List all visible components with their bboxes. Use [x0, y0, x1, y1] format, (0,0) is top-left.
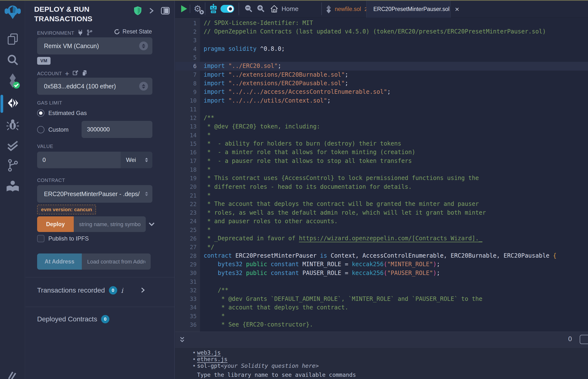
estimated-gas-radio[interactable] [37, 110, 45, 117]
code-line[interactable]: 35 * [175, 312, 588, 320]
debugger-icon[interactable] [0, 118, 25, 131]
code-line[interactable]: 24 * and pauser roles to other accounts. [175, 217, 588, 226]
sign-message-icon[interactable] [72, 70, 79, 78]
custom-gas-radio[interactable] [37, 126, 45, 133]
terminal-search-box[interactable] [580, 335, 588, 344]
vm-badge: VM [37, 57, 50, 65]
reset-state-button[interactable]: Reset State [114, 28, 152, 35]
code-line[interactable]: 19 * This contract uses {AccessControl} … [175, 174, 588, 182]
deployed-contracts-header[interactable]: Deployed Contracts 0 [37, 315, 109, 323]
transactions-expand-chevron-icon[interactable] [140, 287, 146, 295]
code-line[interactable]: 23 * roles, as well as the default admin… [175, 208, 588, 217]
code-line[interactable]: 30 bytes32 public constant PAUSER_ROLE =… [175, 269, 588, 277]
code-line[interactable]: 25 * [175, 226, 588, 234]
tab-erc20-preset-minter-pauser[interactable]: ERC20PresetMinterPauser.sol × [366, 1, 450, 17]
terminal-bar[interactable]: 0 [175, 332, 588, 348]
code-line[interactable]: 32 /** [175, 286, 588, 295]
line-number: 36 [175, 322, 200, 328]
plug-icon[interactable] [77, 29, 83, 37]
fork-environment-icon[interactable] [86, 29, 93, 37]
expand-terminal-icon[interactable] [179, 336, 186, 346]
value-input[interactable] [37, 152, 121, 168]
code-line[interactable]: 18 * [175, 165, 588, 174]
line-number: 3 [175, 37, 200, 44]
code-line[interactable]: 33 * @dev Grants `DEFAULT_ADMIN_ROLE`, `… [175, 295, 588, 303]
terminal-link[interactable]: web3.js [197, 349, 221, 356]
code-line[interactable]: 17 * - a pauser role that allows to stop… [175, 157, 588, 165]
code-line[interactable]: 34 * account that deploys the contract. [175, 303, 588, 312]
code-line[interactable]: 16 * - a minter role that allows for tok… [175, 148, 588, 157]
code-line[interactable]: 29 bytes32 public constant MINTER_ROLE =… [175, 260, 588, 268]
code-editor[interactable]: 1// SPDX-License-Identifier: MIT2// Open… [175, 18, 588, 332]
expand-params-chevron-icon[interactable] [147, 220, 156, 229]
code-line[interactable]: 9import "../../../access/AccessControlEn… [175, 88, 588, 96]
script-config-icon[interactable]: ⚙ [194, 0, 201, 17]
zoom-in-icon[interactable] [256, 0, 265, 17]
unit-testing-icon[interactable] [0, 139, 25, 153]
deploy-params-input[interactable] [74, 216, 146, 232]
code-line[interactable]: 20 * different roles - head to its docum… [175, 183, 588, 191]
terminal-list-item[interactable]: •ethers.js [175, 356, 588, 363]
code-line[interactable]: 11 [175, 105, 588, 113]
code-line[interactable]: 7import "../extensions/ERC20Burnable.sol… [175, 71, 588, 79]
code-line[interactable]: 14 * [175, 131, 588, 140]
code-line[interactable]: 10import "../../../utils/Context.sol"; [175, 96, 588, 105]
code-line[interactable]: 28contract ERC20PresetMinterPauser is Co… [175, 252, 588, 260]
pin-panel-icon[interactable] [161, 7, 170, 16]
code-line[interactable]: 6import "../ERC20.sol"; [175, 62, 588, 70]
run-script-button[interactable] [180, 0, 188, 17]
zoom-out-icon[interactable] [244, 0, 253, 17]
settings-icon[interactable] [0, 370, 25, 379]
search-icon[interactable] [0, 53, 25, 67]
code-line[interactable]: 12/** [175, 113, 588, 122]
code-line[interactable]: 15 * - ability for holders to burn (dest… [175, 140, 588, 148]
code-line[interactable]: 26 * _Deprecated in favor of https://wiz… [175, 234, 588, 243]
environment-select[interactable]: Remix VM (Cancun) [37, 37, 152, 54]
git-icon[interactable] [0, 158, 25, 173]
value-label: VALUE [37, 143, 53, 149]
deploy-and-run-icon[interactable] [0, 96, 25, 111]
activity-bar [0, 0, 25, 379]
line-number: 21 [175, 192, 200, 199]
close-tab-icon[interactable]: × [455, 6, 459, 13]
transactions-recorded-header[interactable]: Transactions recorded 0 i [37, 286, 123, 295]
at-address-input[interactable] [82, 253, 151, 269]
publish-ipfs-checkbox[interactable] [37, 235, 45, 242]
home-button[interactable]: Home [270, 0, 298, 17]
line-number: 1 [175, 20, 200, 26]
remix-ai-icon[interactable] [209, 0, 218, 17]
solidity-compiler-icon[interactable] [0, 73, 25, 89]
expand-panel-chevron-icon[interactable] [148, 7, 154, 16]
learneth-icon[interactable] [0, 180, 25, 194]
terminal-output[interactable]: •web3.js•ethers.js•sol-gpt <your Solidit… [175, 348, 588, 379]
editor-region: ⚙ [175, 0, 588, 379]
code-line[interactable]: 3 [175, 36, 588, 45]
value-unit-select[interactable]: Wei [121, 152, 152, 168]
code-line[interactable]: 31 [175, 277, 588, 286]
code-line[interactable]: 5 [175, 53, 588, 62]
info-icon[interactable]: i [121, 287, 123, 294]
ai-toggle[interactable] [220, 0, 234, 17]
terminal-list-item[interactable]: •web3.js [175, 349, 588, 356]
custom-gas-input[interactable] [82, 121, 152, 138]
file-explorer-icon[interactable] [0, 32, 25, 46]
copy-account-icon[interactable] [82, 70, 87, 78]
code-line[interactable]: 36 * See {ERC20-constructor}. [175, 320, 588, 329]
code-line[interactable]: 13 * @dev {ERC20} token, including: [175, 122, 588, 131]
tab-newfile[interactable]: newfile.sol 2 [324, 1, 368, 17]
contract-select[interactable]: ERC20PresetMinterPauser - .deps/ [37, 185, 152, 203]
code-line[interactable]: 21 * [175, 191, 588, 200]
window-top-border [0, 0, 588, 1]
account-select[interactable]: 0x5B3...eddC4 (100 ether) [37, 78, 152, 95]
remix-logo-icon[interactable] [0, 3, 25, 20]
deploy-button[interactable]: Deploy [37, 216, 74, 232]
at-address-button[interactable]: At Address [37, 253, 82, 269]
terminal-link[interactable]: ethers.js [197, 356, 228, 363]
code-line[interactable]: 22 * The account that deploys the contra… [175, 200, 588, 208]
code-line[interactable]: 2// OpenZeppelin Contracts (last updated… [175, 27, 588, 36]
code-line[interactable]: 4pragma solidity ^0.8.0; [175, 45, 588, 53]
code-line[interactable]: 1// SPDX-License-Identifier: MIT [175, 19, 588, 27]
create-account-icon[interactable]: + [65, 71, 69, 76]
code-line[interactable]: 8import "../extensions/ERC20Pausable.sol… [175, 79, 588, 88]
code-line[interactable]: 27 */ [175, 243, 588, 252]
